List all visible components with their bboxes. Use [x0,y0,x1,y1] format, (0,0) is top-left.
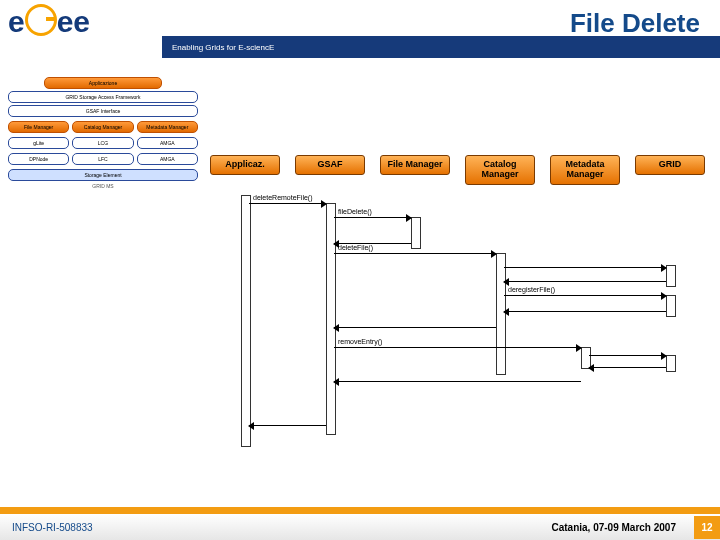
message-arrow [334,381,581,382]
mini-box: AMGA [137,153,198,165]
mini-box: DPNode [8,153,69,165]
sequence-diagram: Applicaz.GSAFFile ManagerCatalog Manager… [210,155,710,480]
activation-bar [666,295,676,317]
logo-e2: ee [57,5,90,38]
message-label: deleteFile() [338,244,373,251]
lane-cm: Catalog Manager [465,155,535,185]
mini-se: Storage Element [8,169,198,181]
lane-grid: GRID [635,155,705,175]
message-arrow [334,253,496,254]
page-number: 12 [694,516,720,539]
lane-mm: Metadata Manager [550,155,620,185]
activation-bar [666,355,676,372]
message-arrow [249,203,326,204]
header-bar: Enabling Grids for E-sciencE [162,36,720,58]
footer-left: INFSO-RI-508833 [0,522,93,533]
egee-logo: eee [8,4,90,39]
message-label: removeEntry() [338,338,382,345]
lane-fm: File Manager [380,155,450,175]
tagline: Enabling Grids for E-sciencE [162,43,274,52]
lane-head: GRID [635,155,705,175]
activation-bar [411,217,421,249]
message-label: deleteRemoteFile() [253,194,313,201]
lane-head: File Manager [380,155,450,175]
footer-right: Catania, 07-09 March 2007 [551,522,686,533]
footer-accent [0,507,720,514]
message-arrow [334,327,496,328]
mini-box: File Manager [8,121,69,133]
logo-e1: e [8,5,25,38]
message-arrow [504,311,666,312]
message-arrow [504,281,666,282]
message-arrow [504,295,666,296]
lane-app: Applicaz. [210,155,280,175]
mini-app: Applicazione [44,77,162,89]
footer: INFSO-RI-508833 Catania, 07-09 March 200… [0,514,720,540]
activation-bar [666,265,676,287]
activation-bar [241,195,251,447]
message-arrow [589,355,666,356]
mini-box: Catalog Manager [72,121,133,133]
message-label: fileDelete() [338,208,372,215]
message-arrow [589,367,666,368]
message-arrow [334,347,581,348]
message-arrow [504,267,666,268]
lane-head: Catalog Manager [465,155,535,185]
mini-gsaf: GRID Storage Access Framework [8,91,198,103]
message-arrow [334,217,411,218]
lane-head: Applicaz. [210,155,280,175]
mini-box: LCG [72,137,133,149]
message-label: deregisterFile() [508,286,555,293]
mini-box: AMGA [137,137,198,149]
lane-head: Metadata Manager [550,155,620,185]
mini-box: gLite [8,137,69,149]
mini-box: Metadata Manager [137,121,198,133]
lane-gsaf: GSAF [295,155,365,175]
mini-iface: GSAF Interface [8,105,198,117]
lane-head: GSAF [295,155,365,175]
activation-bar [326,203,336,435]
page-title: File Delete [570,8,700,39]
message-arrow [249,425,326,426]
architecture-thumbnail: Applicazione GRID Storage Access Framewo… [8,75,198,189]
logo-g-icon [25,4,57,36]
mini-caption: GRID MS [8,183,198,189]
mini-box: LFC [72,153,133,165]
